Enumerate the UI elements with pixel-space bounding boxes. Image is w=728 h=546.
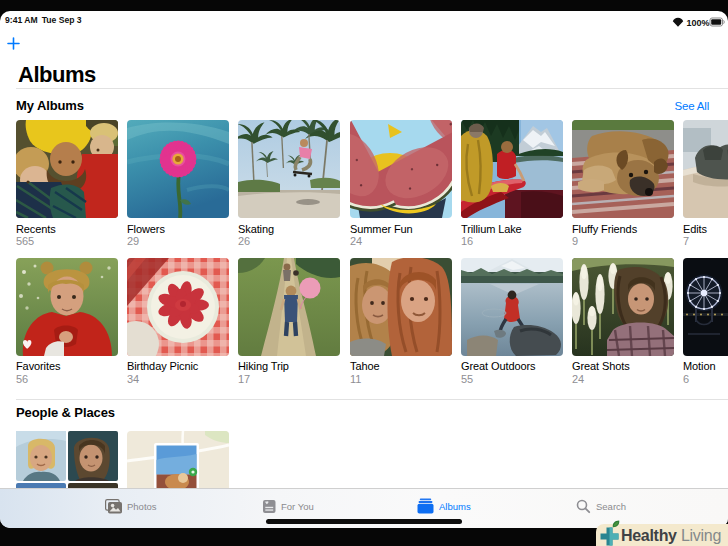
svg-text:100%: 100% (687, 18, 710, 28)
